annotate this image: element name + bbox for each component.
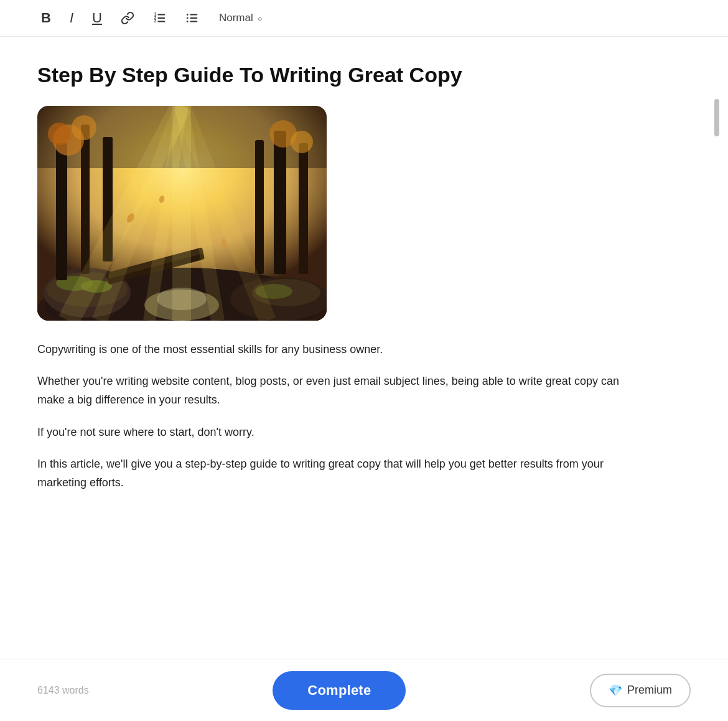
svg-point-38 bbox=[157, 288, 207, 310]
svg-point-9 bbox=[187, 14, 189, 16]
document-image bbox=[37, 106, 327, 321]
premium-button[interactable]: 💎 Premium bbox=[590, 674, 691, 707]
paragraph-4: In this article, we'll give you a step-b… bbox=[37, 455, 635, 492]
toolbar: B I U 1 2 3 Normal ⬦ bbox=[0, 0, 728, 37]
bottom-bar: 6143 words Complete 💎 Premium bbox=[0, 659, 728, 721]
font-style-label: Normal bbox=[219, 12, 253, 24]
svg-rect-27 bbox=[299, 143, 308, 274]
diamond-icon: 💎 bbox=[609, 684, 622, 697]
complete-button[interactable]: Complete bbox=[273, 671, 406, 710]
svg-rect-28 bbox=[255, 140, 264, 274]
ordered-list-button[interactable]: 1 2 3 bbox=[149, 9, 170, 27]
document-title: Step By Step Guide To Writing Great Copy bbox=[37, 62, 691, 88]
paragraph-3: If you're not sure where to start, don't… bbox=[37, 423, 635, 442]
svg-point-40 bbox=[72, 115, 96, 140]
svg-rect-26 bbox=[274, 131, 286, 274]
underline-button[interactable]: U bbox=[88, 9, 106, 27]
svg-point-41 bbox=[48, 123, 70, 145]
scrollbar[interactable] bbox=[714, 99, 719, 136]
link-button[interactable] bbox=[117, 9, 138, 27]
svg-point-10 bbox=[187, 17, 189, 19]
paragraph-2: Whether you're writing website content, … bbox=[37, 372, 635, 409]
svg-text:3: 3 bbox=[154, 19, 157, 23]
select-arrow-icon: ⬦ bbox=[257, 12, 263, 24]
svg-point-43 bbox=[291, 131, 313, 153]
premium-label: Premium bbox=[627, 684, 672, 697]
word-count: 6143 words bbox=[37, 685, 89, 696]
bold-button[interactable]: B bbox=[37, 9, 55, 27]
paragraph-1: Copywriting is one of the most essential… bbox=[37, 341, 635, 359]
content-area: Step By Step Guide To Writing Great Copy bbox=[0, 37, 728, 606]
svg-point-11 bbox=[187, 21, 189, 22]
unordered-list-button[interactable] bbox=[182, 9, 203, 27]
font-style-selector[interactable]: Normal ⬦ bbox=[219, 12, 263, 24]
svg-rect-23 bbox=[56, 143, 67, 280]
italic-button[interactable]: I bbox=[66, 9, 77, 27]
